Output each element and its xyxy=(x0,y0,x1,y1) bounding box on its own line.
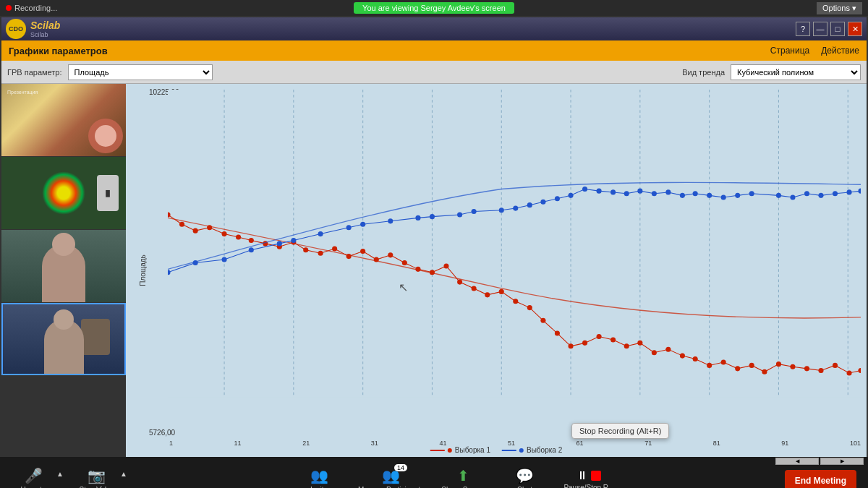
svg-point-24 xyxy=(346,254,352,259)
stop-video-button[interactable]: 📷 Stop Video xyxy=(75,467,119,488)
svg-point-59 xyxy=(833,363,838,368)
logo-circle: CDO xyxy=(6,19,26,39)
svg-point-65 xyxy=(249,247,254,252)
chat-icon: 💬 xyxy=(516,467,534,484)
unmute-arrow[interactable]: ▲ xyxy=(56,470,64,478)
svg-point-16 xyxy=(236,234,241,239)
svg-point-76 xyxy=(499,207,504,213)
scilab-titlebar: CDO Scilab Scilab ? — □ ✕ xyxy=(1,17,867,40)
svg-point-56 xyxy=(790,364,795,369)
svg-point-86 xyxy=(637,189,642,194)
x-label-31: 31 xyxy=(371,440,378,447)
toolbar-left: 🎤 Unmute ▲ 📷 Stop Video ▲ xyxy=(12,467,127,488)
svg-point-15 xyxy=(222,231,227,236)
svg-point-22 xyxy=(318,251,323,256)
legend-dot-2 xyxy=(519,448,524,453)
svg-point-77 xyxy=(513,206,518,211)
svg-point-43 xyxy=(610,337,616,342)
svg-point-23 xyxy=(332,246,337,251)
svg-point-88 xyxy=(665,189,671,194)
svg-point-31 xyxy=(443,263,448,268)
svg-point-89 xyxy=(680,193,685,198)
trend-label: Вид тренда xyxy=(682,68,725,77)
mic-off-icon: 🎤 xyxy=(25,467,43,484)
close-button[interactable]: ✕ xyxy=(848,22,862,36)
window-controls: ? — □ ✕ xyxy=(796,22,862,36)
svg-point-34 xyxy=(485,292,490,297)
maximize-button[interactable]: □ xyxy=(830,22,845,36)
scilab-window: CDO Scilab Scilab ? — □ ✕ Графики параме… xyxy=(0,16,868,457)
scilab-logo: CDO Scilab Scilab xyxy=(6,19,60,39)
svg-point-60 xyxy=(846,371,851,376)
toolbar-right: End Meeting xyxy=(785,470,856,489)
invite-button[interactable]: 👥 Invite xyxy=(297,467,341,488)
svg-point-74 xyxy=(457,212,462,217)
x-label-91: 91 xyxy=(781,440,788,447)
screen-share-topbar: Recording... You are viewing Sergey Avde… xyxy=(0,0,868,16)
grv-label: ГРВ параметр: xyxy=(7,68,62,77)
meeting-toolbar: 🎤 Unmute ▲ 📷 Stop Video ▲ 👥 Invite xyxy=(0,457,868,488)
svg-point-25 xyxy=(360,249,365,254)
svg-point-52 xyxy=(735,366,740,371)
svg-point-95 xyxy=(776,193,781,198)
svg-point-64 xyxy=(222,257,227,262)
grv-select[interactable]: Площадь xyxy=(68,64,213,80)
svg-point-72 xyxy=(415,215,420,221)
invite-icon: 👥 xyxy=(310,467,328,484)
svg-point-94 xyxy=(749,191,754,196)
trend-select[interactable]: Кубический полином xyxy=(731,64,861,80)
options-button[interactable]: Options ▾ xyxy=(817,2,862,14)
svg-point-33 xyxy=(472,286,477,291)
svg-point-87 xyxy=(652,191,657,196)
svg-point-73 xyxy=(430,214,435,219)
video-icon: 📷 xyxy=(88,467,106,484)
x-label-61: 61 xyxy=(576,440,584,447)
scroll-btn-1[interactable]: ◀ xyxy=(775,458,819,465)
pause-icon: ⏸ xyxy=(576,469,588,482)
svg-point-37 xyxy=(527,305,532,310)
x-label-11: 11 xyxy=(234,440,242,447)
svg-point-27 xyxy=(388,252,393,257)
chat-group: 💬 Chat xyxy=(503,467,546,488)
chart-legend: Выборка 1 Выборка 2 xyxy=(430,446,562,454)
app-menubar: Графики параметров Страница Действие xyxy=(1,40,867,61)
scroll-btn-2[interactable]: ▶ xyxy=(820,458,864,465)
unmute-button[interactable]: 🎤 Unmute xyxy=(12,467,55,488)
menu-page[interactable]: Страница xyxy=(770,46,809,56)
share-icon: ⬆ xyxy=(457,467,469,484)
menu-action[interactable]: Действие xyxy=(821,46,859,56)
svg-point-49 xyxy=(693,356,698,361)
svg-point-67 xyxy=(291,238,296,243)
svg-point-41 xyxy=(582,341,587,346)
recording-dot xyxy=(6,5,12,11)
svg-point-55 xyxy=(776,361,781,367)
svg-point-35 xyxy=(499,289,504,294)
y-min-label: 5726,00 xyxy=(149,429,175,437)
svg-point-71 xyxy=(388,218,393,223)
legend-series1: Выборка 1 xyxy=(430,446,490,454)
legend-label-2: Выборка 2 xyxy=(527,446,562,454)
video-thumb-4 xyxy=(1,303,126,375)
help-button[interactable]: ? xyxy=(796,22,810,36)
x-label-1: 1 xyxy=(169,440,173,447)
svg-point-30 xyxy=(430,270,435,275)
participants-button[interactable]: 👥 14 Manage Participants xyxy=(358,467,424,488)
svg-point-14 xyxy=(207,225,212,230)
recording-indicator: Recording... xyxy=(6,4,57,12)
svg-point-53 xyxy=(749,363,754,368)
video-arrow[interactable]: ▲ xyxy=(120,470,127,478)
scilab-sub: Scilab xyxy=(30,31,60,38)
svg-point-100 xyxy=(846,189,851,194)
svg-point-93 xyxy=(735,193,740,198)
video-thumb-3 xyxy=(1,230,126,302)
svg-point-26 xyxy=(374,257,379,262)
svg-point-66 xyxy=(277,241,282,246)
share-screen-button[interactable]: ⬆ Share Screen xyxy=(441,467,485,488)
svg-point-47 xyxy=(665,347,671,352)
chat-button[interactable]: 💬 Chat xyxy=(503,467,546,488)
pause-stop-button[interactable]: ⏸ Pause/Stop R... xyxy=(563,469,614,488)
end-meeting-button[interactable]: End Meeting xyxy=(785,470,856,489)
stop-icon xyxy=(591,471,601,481)
minimize-button[interactable]: — xyxy=(813,22,827,36)
svg-point-13 xyxy=(193,228,198,234)
